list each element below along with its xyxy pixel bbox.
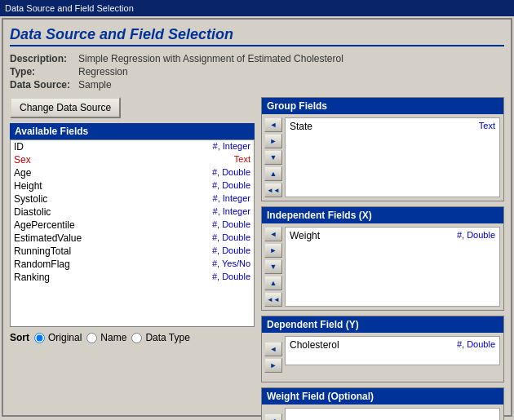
- field-type: #, Double: [212, 232, 250, 244]
- dep-move-right-btn[interactable]: ►: [264, 358, 282, 373]
- content-area: Change Data Source Available Fields ID#,…: [10, 97, 504, 420]
- dependent-field-panel: Dependent Field (Y) ◄ ► Cholesterol #, D…: [261, 316, 504, 382]
- field-name: RandomFlag: [14, 259, 212, 270]
- table-row[interactable]: ID#, Integer: [11, 140, 254, 153]
- sort-datatype-radio[interactable]: [131, 333, 142, 343]
- field-type: #, Double: [212, 167, 250, 179]
- field-name: Age: [14, 167, 212, 179]
- change-datasource-button[interactable]: Change Data Source: [10, 97, 121, 118]
- sort-name-radio[interactable]: [86, 333, 97, 343]
- table-row[interactable]: SexText: [11, 153, 254, 166]
- table-row[interactable]: Ranking#, Double: [11, 271, 254, 284]
- group-move-down-btn[interactable]: ▼: [264, 150, 282, 165]
- table-row[interactable]: Height#, Double: [11, 179, 254, 192]
- ind-field-weight: Weight #, Double: [287, 229, 498, 242]
- sort-original-option[interactable]: Original: [34, 332, 82, 343]
- ind-move-left-btn[interactable]: ◄: [264, 227, 282, 241]
- sort-name-option[interactable]: Name: [86, 332, 126, 343]
- field-type: #, Double: [212, 272, 250, 283]
- dependent-field-header: Dependent Field (Y): [262, 316, 503, 333]
- field-type: #, Double: [212, 245, 250, 257]
- field-type: Text: [234, 154, 250, 166]
- field-name: EstimatedValue: [14, 232, 212, 244]
- field-name: Height: [14, 180, 212, 192]
- dep-move-left-btn[interactable]: ◄: [264, 342, 282, 356]
- dependent-field-list: Cholesterol #, Double: [285, 336, 500, 365]
- weight-field-panel: Weight Field (Optional) ◄ ►: [261, 387, 504, 420]
- group-move-left-btn[interactable]: ◄: [264, 117, 282, 132]
- group-fields-header: Group Fields: [262, 98, 503, 114]
- datasource-label: Data Source:: [10, 79, 75, 91]
- type-label: Type:: [10, 66, 75, 77]
- weight-field-list: [285, 408, 500, 420]
- weight-move-left-btn[interactable]: ◄: [264, 413, 282, 420]
- group-fields-panel: Group Fields ◄ ► ▼ ▲ ◄◄ State Text: [261, 97, 504, 201]
- table-row[interactable]: RandomFlag#, Yes/No: [11, 258, 254, 271]
- group-fields-list: State Text: [285, 117, 500, 197]
- description-value: Simple Regression with Assignment of Est…: [78, 53, 504, 64]
- table-row[interactable]: AgePercentile#, Double: [11, 219, 254, 232]
- dep-field-controls: ◄ ►: [262, 333, 285, 382]
- ind-move-down-btn[interactable]: ▼: [264, 259, 282, 274]
- table-row[interactable]: Age#, Double: [11, 166, 254, 179]
- independent-fields-list: Weight #, Double: [285, 227, 500, 307]
- dependent-field-body: ◄ ► Cholesterol #, Double: [262, 333, 503, 382]
- field-name: ID: [14, 141, 213, 153]
- sort-datatype-label: Data Type: [145, 332, 189, 343]
- dep-field-cholesterol-name: Cholesterol: [290, 339, 457, 351]
- table-row[interactable]: Diastolic#, Integer: [11, 206, 254, 219]
- datasource-value: Sample: [78, 79, 504, 91]
- right-panel: Group Fields ◄ ► ▼ ▲ ◄◄ State Text: [261, 97, 504, 420]
- ind-move-right-btn[interactable]: ►: [264, 243, 282, 258]
- table-row[interactable]: EstimatedValue#, Double: [11, 232, 254, 245]
- field-name: RunningTotal: [14, 245, 212, 257]
- field-name: Sex: [14, 154, 234, 166]
- title-bar: Data Source and Field Selection: [0, 0, 514, 16]
- weight-field-header: Weight Field (Optional): [262, 388, 503, 405]
- group-field-state-name: State: [290, 121, 479, 132]
- field-name: Systolic: [14, 193, 213, 205]
- sort-datatype-option[interactable]: Data Type: [131, 332, 189, 343]
- ind-fields-controls: ◄ ► ▼ ▲ ◄◄: [262, 223, 285, 310]
- independent-fields-panel: Independent Fields (X) ◄ ► ▼ ▲ ◄◄ Weight…: [261, 206, 504, 311]
- sort-name-label: Name: [100, 332, 126, 343]
- table-row[interactable]: Systolic#, Integer: [11, 192, 254, 206]
- ind-field-weight-type: #, Double: [457, 230, 495, 241]
- group-move-up-btn[interactable]: ▲: [264, 166, 282, 181]
- field-type: #, Double: [212, 180, 250, 192]
- independent-fields-header: Independent Fields (X): [262, 207, 503, 223]
- ind-move-up-btn[interactable]: ▲: [264, 276, 282, 290]
- weight-field-body: ◄ ►: [262, 405, 503, 420]
- page-title: Data Source and Field Selection: [10, 26, 504, 46]
- group-move-right-btn[interactable]: ►: [264, 134, 282, 148]
- ind-move-allback-btn[interactable]: ◄◄: [264, 292, 282, 307]
- group-move-allback-btn[interactable]: ◄◄: [264, 183, 282, 197]
- field-type: #, Yes/No: [212, 259, 250, 270]
- field-type: #, Integer: [213, 206, 250, 218]
- group-field-state-type: Text: [479, 121, 495, 132]
- field-name: Diastolic: [14, 206, 213, 218]
- sort-section: Sort Original Name Data Type: [10, 332, 255, 343]
- ind-field-weight-name: Weight: [290, 230, 457, 241]
- title-bar-label: Data Source and Field Selection: [5, 3, 134, 13]
- type-value: Regression: [78, 66, 504, 77]
- group-field-state: State Text: [287, 120, 498, 133]
- outer-panel: Data Source and Field Selection Descript…: [2, 18, 512, 417]
- field-type: #, Integer: [213, 141, 250, 153]
- independent-fields-body: ◄ ► ▼ ▲ ◄◄ Weight #, Double: [262, 223, 503, 310]
- field-name: Ranking: [14, 272, 212, 283]
- dep-field-cholesterol-type: #, Double: [457, 339, 495, 351]
- field-type: #, Double: [212, 219, 250, 231]
- meta-section: Description: Simple Regression with Assi…: [10, 53, 504, 91]
- sort-original-label: Original: [48, 332, 82, 343]
- weight-field-controls: ◄ ►: [262, 405, 285, 420]
- table-row[interactable]: RunningTotal#, Double: [11, 245, 254, 258]
- dep-field-cholesterol: Cholesterol #, Double: [287, 338, 498, 351]
- available-fields-header: Available Fields: [10, 123, 255, 139]
- left-panel: Change Data Source Available Fields ID#,…: [10, 97, 255, 420]
- sort-original-radio[interactable]: [34, 333, 45, 343]
- field-name: AgePercentile: [14, 219, 212, 231]
- available-fields-table: ID#, IntegerSexTextAge#, DoubleHeight#, …: [10, 139, 255, 327]
- group-fields-body: ◄ ► ▼ ▲ ◄◄ State Text: [262, 114, 503, 201]
- field-type: #, Integer: [213, 193, 250, 205]
